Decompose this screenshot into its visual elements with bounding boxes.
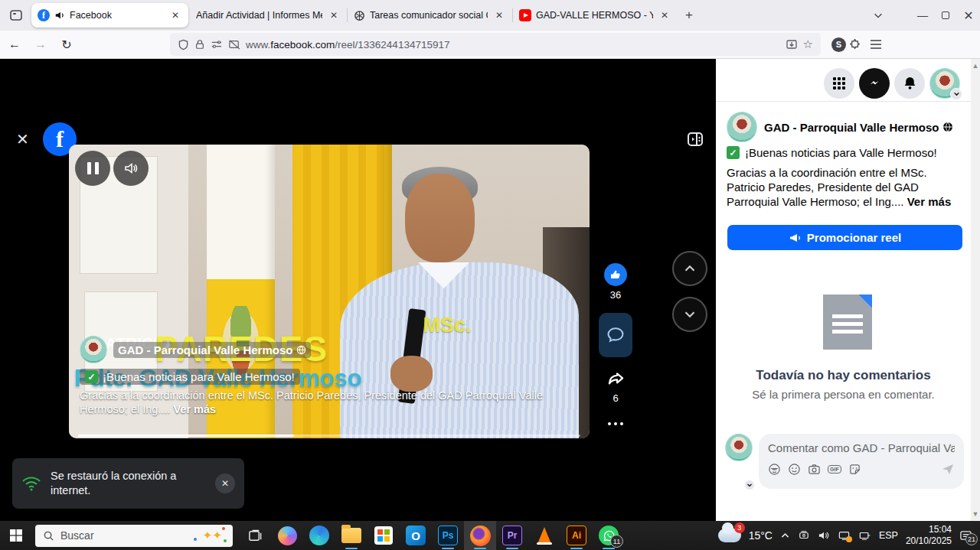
scroll-down-icon[interactable]: ▼ [971,510,980,518]
back-button[interactable]: ← [3,33,26,56]
tray-display-alert-icon[interactable] [838,530,851,541]
network-icon[interactable] [858,530,871,541]
account-menu-button[interactable] [929,68,960,99]
address-bar[interactable]: www.facebook.com/reel/1336244134715917 ☆ [170,33,821,56]
see-more-link[interactable]: Ver más [907,195,952,208]
illustrator-icon: Ai [567,526,586,545]
weather-icon[interactable]: 3 [718,529,741,542]
scroll-up-icon[interactable]: ▲ [971,62,980,70]
premiere-button[interactable]: Pr [496,521,528,550]
see-more-link[interactable]: Ver más [174,403,217,415]
tray-device-icon[interactable] [798,530,810,541]
vlc-button[interactable] [528,521,560,550]
comments-button[interactable] [599,313,632,357]
shield-icon[interactable] [178,39,189,50]
page-avatar[interactable] [80,336,107,363]
reel-page-name[interactable]: GAD - Parroquial Valle Hermoso [113,342,311,358]
close-window-button[interactable]: ✕ [957,4,980,27]
taskbar-search[interactable]: Buscar ✦✦ [35,525,233,547]
copilot-sparkle-icon: ✦✦ [203,529,222,542]
tab-title: GAD-VALLE HERMOSO - YouTu [536,10,653,21]
sidebar-scrollbar[interactable]: ▲ ▼ [971,59,980,521]
previous-reel-button[interactable] [672,251,707,286]
forward-button[interactable]: → [29,33,52,56]
sidebar-page-name[interactable]: GAD - Parroquial Valle Hermoso [764,121,953,134]
video-progress-bar[interactable] [78,434,580,437]
toggle-sidebar-icon[interactable] [685,129,705,149]
firefox-view-icon[interactable] [6,5,26,25]
notification-center-button[interactable]: 21 [959,530,972,542]
copilot-button[interactable] [271,521,303,550]
share-button[interactable]: 6 [605,368,626,404]
tab-facebook[interactable]: f Facebook ✕ [31,3,188,28]
tabstrip-controls: — ✕ [867,4,980,27]
wifi-icon [21,475,41,492]
outlook-button[interactable]: O [400,521,432,550]
extensions-puzzle-icon[interactable] [849,38,862,51]
tab-close-icon[interactable]: ✕ [492,8,506,22]
promote-reel-button[interactable]: Promocionar reel [727,225,962,250]
avatar-sticker-icon[interactable] [768,463,781,476]
minimize-button[interactable]: — [911,4,934,27]
microsoft-store-button[interactable] [368,521,400,550]
bookmark-star-icon[interactable]: ☆ [803,37,813,51]
next-reel-button[interactable] [672,297,707,332]
pause-button[interactable] [75,151,110,186]
extension-s-icon[interactable]: S [831,37,846,52]
task-view-icon [248,529,263,543]
messenger-button[interactable] [859,68,890,99]
whatsapp-button[interactable]: 11 [593,521,625,550]
emoji-icon[interactable] [788,463,801,476]
toast-close-icon[interactable]: ✕ [215,474,235,493]
tab-tareas[interactable]: Tareas comunicador social GAD ✕ [348,3,512,28]
start-button[interactable] [0,521,32,550]
mute-button[interactable] [113,151,149,186]
camera-icon[interactable] [808,463,821,476]
like-button[interactable] [604,263,627,286]
sticker-icon[interactable] [848,463,861,476]
gif-icon[interactable]: GIF [828,465,841,474]
tab-audio-icon[interactable] [54,10,65,21]
apps-menu-button[interactable] [824,68,854,99]
reload-button[interactable]: ↻ [55,33,78,56]
send-comment-icon[interactable] [941,462,955,476]
tab-close-icon[interactable]: ✕ [658,8,671,22]
volume-icon[interactable] [818,530,830,541]
edge-button[interactable] [303,521,335,550]
reel-video[interactable]: MSc. ATRICIO PAREDES Pdte. GAD Valle Her… [69,145,590,438]
language-indicator[interactable]: ESP [879,530,898,541]
tab-informes[interactable]: Añadir Actividad | Informes Mensua ✕ [190,3,347,28]
page-avatar[interactable] [727,112,757,142]
menu-hamburger-icon[interactable] [870,39,882,50]
save-page-icon[interactable] [786,38,798,50]
sidebar-page-row[interactable]: GAD - Parroquial Valle Hermoso [727,112,953,142]
task-view-button[interactable] [239,521,271,550]
tab-close-icon[interactable]: ✕ [327,8,341,22]
photoshop-button[interactable]: Ps [432,521,464,550]
taskbar-clock[interactable]: 15:04 20/10/2025 [906,524,952,547]
tab-youtube[interactable]: GAD-VALLE HERMOSO - YouTu ✕ [513,3,678,28]
hidden-icons-chevron[interactable] [780,531,790,541]
close-reel-icon[interactable]: ✕ [16,130,29,148]
system-tray: 3 15°C ESP 15:04 20/10/2025 [718,524,980,547]
url-text[interactable]: www.facebook.com/reel/1336244134715917 [246,39,780,50]
notifications-button[interactable] [894,68,925,99]
lock-icon[interactable] [194,39,205,50]
reel-caption[interactable]: Gracias a la coordinación entre el MSc. … [80,389,585,416]
chevron-down-icon [744,480,755,490]
file-explorer-button[interactable] [335,521,368,550]
comment-input[interactable]: Comentar como GAD - Parroquial Vall... G… [759,434,964,489]
autoplay-blocked-icon[interactable] [228,39,240,50]
new-tab-button[interactable]: + [678,8,701,23]
illustrator-button[interactable]: Ai [560,521,593,550]
list-all-tabs-icon[interactable] [867,4,890,27]
composer-avatar[interactable] [725,434,753,489]
maximize-button[interactable] [934,4,957,27]
temperature-label[interactable]: 15°C [749,529,773,542]
more-options-icon[interactable] [608,422,623,425]
tab-close-icon[interactable]: ✕ [168,8,182,22]
facebook-favicon-icon: f [38,9,50,21]
firefox-button[interactable] [464,521,496,550]
permissions-icon[interactable] [211,39,223,50]
reel-page-row[interactable]: GAD - Parroquial Valle Hermoso [80,336,311,363]
